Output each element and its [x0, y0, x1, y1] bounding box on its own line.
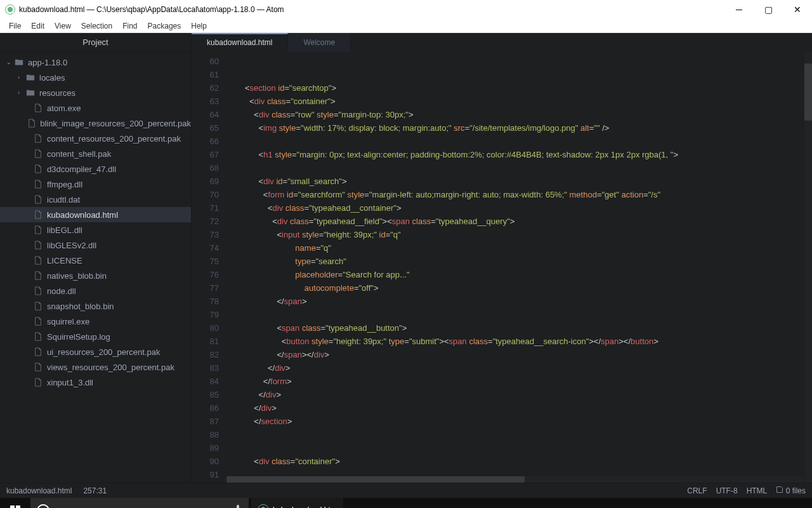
window-titlebar: kubadownload.html — C:\Users\qbap\AppDat… — [0, 0, 812, 19]
svg-rect-0 — [10, 505, 15, 508]
status-bar: kubadownload.html 257:31 CRLF UTF-8 HTML… — [0, 483, 812, 498]
menu-file[interactable]: File — [4, 22, 26, 30]
file-icon — [33, 134, 43, 143]
status-git[interactable]: 0 files — [776, 486, 806, 495]
file-icon — [33, 332, 43, 341]
git-icon — [776, 486, 783, 493]
file-icon — [33, 180, 43, 189]
start-button[interactable] — [0, 498, 30, 508]
menu-packages[interactable]: Packages — [143, 22, 187, 30]
file-icon — [33, 347, 43, 356]
search-placeholder: Type here to search — [56, 506, 129, 509]
project-header: Project — [0, 33, 191, 52]
tree-item-ui-resources-200-percent-pak[interactable]: ui_resources_200_percent.pak — [0, 344, 191, 359]
file-icon — [33, 164, 43, 173]
file-icon — [33, 256, 43, 265]
window-title: kubadownload.html — C:\Users\qbap\AppDat… — [19, 5, 284, 14]
status-language[interactable]: HTML — [747, 486, 768, 495]
tree-item-kubadownload-html[interactable]: kubadownload.html — [0, 207, 191, 222]
tree-item-squirrelsetup-log[interactable]: SquirrelSetup.log — [0, 329, 191, 344]
file-icon — [33, 241, 43, 250]
cortana-icon — [37, 504, 49, 508]
status-cursor-position[interactable]: 257:31 — [83, 486, 107, 495]
tree-item-content-resources-200-percent-pak[interactable]: content_resources_200_percent.pak — [0, 131, 191, 146]
tree-item-content-shell-pak[interactable]: content_shell.pak — [0, 146, 191, 161]
microphone-icon[interactable] — [233, 504, 242, 509]
file-icon — [33, 225, 43, 234]
tree-item-app-1-18-0[interactable]: ⌄app-1.18.0 — [0, 55, 191, 70]
tree-item-libegl-dll[interactable]: libEGL.dll — [0, 222, 191, 237]
chevron-icon: › — [18, 90, 25, 96]
menu-edit[interactable]: Edit — [26, 22, 49, 30]
windows-taskbar: Type here to search kubadownload.ht... ︿ — [0, 498, 812, 508]
line-gutter: 6061626364656667686970717273747576777879… — [192, 52, 226, 483]
horizontal-scrollbar[interactable] — [226, 476, 803, 483]
svg-rect-4 — [237, 505, 239, 509]
tree-item-views-resources-200-percent-pak[interactable]: views_resources_200_percent.pak — [0, 359, 191, 375]
tree-item-atom-exe[interactable]: atom.exe — [0, 100, 191, 116]
tree-item-xinput1-3-dll[interactable]: xinput1_3.dll — [0, 375, 191, 390]
file-icon — [33, 210, 43, 219]
editor-area: kubadownload.htmlWelcome 606162636465666… — [192, 33, 812, 483]
system-tray[interactable]: ︿ — [800, 505, 808, 508]
taskbar-app-atom[interactable]: kubadownload.ht... — [251, 498, 343, 508]
tab-bar: kubadownload.htmlWelcome — [192, 33, 812, 52]
project-sidebar: Project ⌄app-1.18.0›locales›resourcesato… — [0, 33, 192, 483]
menu-selection[interactable]: Selection — [76, 22, 117, 30]
tab-welcome[interactable]: Welcome — [288, 33, 351, 52]
code-editor[interactable]: <section id="searchtop"> <div class="con… — [226, 52, 812, 483]
tree-item-locales[interactable]: ›locales — [0, 70, 191, 85]
chevron-icon: › — [18, 74, 25, 81]
minimize-button[interactable]: ─ — [724, 0, 754, 19]
svg-rect-1 — [16, 505, 20, 508]
file-icon — [33, 363, 43, 371]
tray-chevron-icon[interactable]: ︿ — [800, 505, 808, 508]
file-icon — [33, 302, 43, 311]
file-icon — [33, 104, 43, 112]
tree-item-squirrel-exe[interactable]: squirrel.exe — [0, 314, 191, 329]
status-eol[interactable]: CRLF — [687, 486, 707, 495]
tree-item-blink-image-resources-200-percent-pak[interactable]: blink_image_resources_200_percent.pak — [0, 116, 191, 131]
file-icon — [27, 119, 36, 128]
status-encoding[interactable]: UTF-8 — [716, 486, 738, 495]
vertical-scrollbar[interactable] — [804, 52, 812, 483]
folder-icon — [14, 58, 24, 67]
menu-view[interactable]: View — [49, 22, 76, 30]
tab-kubadownload-html[interactable]: kubadownload.html — [192, 33, 288, 52]
scrollbar-thumb[interactable] — [804, 64, 812, 121]
status-file[interactable]: kubadownload.html — [6, 486, 72, 495]
file-icon — [33, 271, 43, 280]
tree-item-ffmpeg-dll[interactable]: ffmpeg.dll — [0, 177, 191, 192]
file-icon — [33, 317, 43, 326]
menubar: FileEditViewSelectionFindPackagesHelp — [0, 19, 812, 33]
file-icon — [33, 378, 43, 387]
scrollbar-thumb[interactable] — [226, 476, 525, 483]
file-icon — [33, 195, 43, 204]
tree-item-license[interactable]: LICENSE — [0, 253, 191, 268]
tree-item-snapshot-blob-bin[interactable]: snapshot_blob.bin — [0, 298, 191, 314]
chevron-icon: ⌄ — [6, 59, 14, 65]
taskbar-search[interactable]: Type here to search — [30, 498, 249, 508]
atom-icon — [258, 504, 269, 508]
maximize-button[interactable]: ▢ — [754, 0, 783, 19]
tree-item-d3dcompiler-47-dll[interactable]: d3dcompiler_47.dll — [0, 161, 191, 177]
folder-icon — [25, 88, 36, 97]
tree-item-icudtl-dat[interactable]: icudtl.dat — [0, 192, 191, 207]
tree-item-resources[interactable]: ›resources — [0, 85, 191, 100]
menu-find[interactable]: Find — [117, 22, 142, 30]
file-icon — [33, 149, 43, 158]
folder-icon — [25, 73, 36, 82]
tree-item-node-dll[interactable]: node.dll — [0, 283, 191, 298]
close-button[interactable]: ✕ — [783, 0, 812, 19]
tree-item-natives-blob-bin[interactable]: natives_blob.bin — [0, 268, 191, 283]
tree-item-libglesv2-dll[interactable]: libGLESv2.dll — [0, 237, 191, 253]
menu-help[interactable]: Help — [186, 22, 212, 30]
file-icon — [33, 286, 43, 295]
atom-icon — [5, 4, 15, 15]
